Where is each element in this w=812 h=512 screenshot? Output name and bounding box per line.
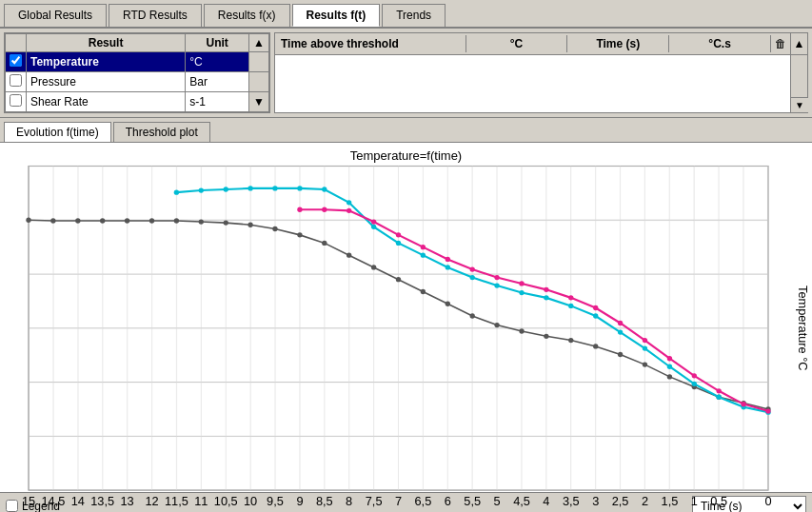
svg-point-99 xyxy=(396,232,401,237)
svg-point-103 xyxy=(494,275,499,280)
tab-results-fx[interactable]: Results f(x) xyxy=(204,4,290,27)
svg-point-101 xyxy=(446,257,450,262)
svg-point-105 xyxy=(544,287,548,292)
svg-point-54 xyxy=(396,277,401,282)
subtab-threshold-plot[interactable]: Threshold plot xyxy=(113,122,210,142)
svg-point-111 xyxy=(692,373,697,378)
x-label-4: 4 xyxy=(543,494,549,508)
row-unit-temperature: °C xyxy=(186,52,249,72)
svg-point-112 xyxy=(717,388,722,393)
checkbox-shearrate[interactable] xyxy=(10,94,22,107)
result-col-check xyxy=(6,34,27,52)
subtab-bar: Evolution f(time) Threshold plot xyxy=(0,118,812,143)
svg-point-91 xyxy=(692,382,697,386)
svg-point-85 xyxy=(544,295,548,300)
table-row[interactable]: Temperature °C xyxy=(6,52,269,72)
svg-point-100 xyxy=(421,245,426,249)
svg-point-77 xyxy=(347,200,351,205)
x-label-9: 9 xyxy=(296,494,303,508)
chart-container: 300 250 200 150 100 50 15 14,5 14 13,5 1… xyxy=(29,165,768,492)
svg-point-62 xyxy=(593,344,598,348)
threshold-scroll-up[interactable]: ▲ xyxy=(790,33,807,54)
svg-point-98 xyxy=(371,219,376,224)
svg-point-65 xyxy=(667,374,672,379)
svg-point-104 xyxy=(519,281,524,286)
subtab-evolution[interactable]: Evolution f(time) xyxy=(4,122,111,142)
svg-point-109 xyxy=(643,338,647,343)
x-label-12: 12 xyxy=(145,494,158,508)
x-label-45: 4,5 xyxy=(513,494,530,508)
threshold-table: Time above threshold °C Time (s) °C.s 🗑 … xyxy=(274,32,808,113)
main-tab-bar: Global Results RTD Results Results f(x) … xyxy=(0,0,812,29)
svg-point-90 xyxy=(667,364,672,369)
svg-point-41 xyxy=(75,218,80,223)
tab-trends[interactable]: Trends xyxy=(382,4,446,27)
svg-point-58 xyxy=(494,323,499,327)
x-label-11: 11 xyxy=(194,494,208,508)
x-label-35: 3,5 xyxy=(563,494,580,508)
svg-point-102 xyxy=(470,266,475,271)
x-label-2: 2 xyxy=(642,494,648,508)
result-scroll-down[interactable]: ▼ xyxy=(249,92,269,112)
result-table: Result Unit ▲ Temperature °C xyxy=(4,32,270,113)
time-select[interactable]: Time (s) Time (min) xyxy=(692,496,806,512)
svg-point-45 xyxy=(174,218,179,223)
result-col-result: Result xyxy=(27,34,186,52)
svg-point-49 xyxy=(272,226,277,231)
svg-point-95 xyxy=(297,207,302,212)
svg-point-46 xyxy=(199,219,204,224)
svg-point-113 xyxy=(741,402,745,406)
svg-point-81 xyxy=(446,265,450,269)
x-label-7: 7 xyxy=(395,494,402,508)
row-unit-pressure: Bar xyxy=(186,72,249,92)
checkbox-temperature[interactable] xyxy=(10,54,22,67)
row-checkbox-pressure[interactable] xyxy=(6,72,27,92)
svg-point-79 xyxy=(396,241,401,246)
tab-global-results[interactable]: Global Results xyxy=(4,4,107,27)
svg-point-92 xyxy=(717,395,722,400)
result-scroll-track2 xyxy=(249,72,269,92)
result-scroll-up[interactable]: ▲ xyxy=(249,34,269,52)
table-row[interactable]: Shear Rate s-1 ▼ xyxy=(6,92,269,112)
x-label-3: 3 xyxy=(592,494,599,508)
x-label-10: 10 xyxy=(244,494,257,508)
row-unit-shearrate: s-1 xyxy=(186,92,249,112)
svg-point-87 xyxy=(593,313,598,318)
svg-point-89 xyxy=(643,345,647,350)
svg-point-84 xyxy=(519,290,524,295)
row-result-temperature: Temperature xyxy=(27,52,186,72)
chart-title: Temperature=f(time) xyxy=(0,143,812,165)
svg-point-107 xyxy=(593,305,598,310)
row-checkbox-temperature[interactable] xyxy=(6,52,27,72)
x-label-145: 14,5 xyxy=(41,494,65,508)
threshold-body: ▼ xyxy=(275,55,807,112)
svg-point-108 xyxy=(618,321,623,325)
svg-point-110 xyxy=(667,356,672,361)
threshold-scrollbar[interactable]: ▼ xyxy=(790,55,807,112)
x-label-15b: 1,5 xyxy=(662,494,679,508)
svg-point-88 xyxy=(618,329,623,334)
result-scroll-track xyxy=(249,52,269,72)
checkbox-pressure[interactable] xyxy=(10,74,22,87)
x-label-55: 5,5 xyxy=(464,494,481,508)
tab-results-ft[interactable]: Results f(t) xyxy=(292,4,381,27)
row-checkbox-shearrate[interactable] xyxy=(6,92,27,112)
svg-point-47 xyxy=(224,220,228,225)
top-panel: Result Unit ▲ Temperature °C xyxy=(0,29,812,118)
svg-point-44 xyxy=(149,218,154,223)
threshold-delete-button[interactable]: 🗑 xyxy=(771,35,790,52)
svg-point-50 xyxy=(297,232,302,237)
threshold-scroll-down[interactable]: ▼ xyxy=(791,97,808,112)
x-label-05: 0,5 xyxy=(710,494,727,508)
tab-rtd-results[interactable]: RTD Results xyxy=(109,4,202,27)
svg-point-74 xyxy=(272,186,277,190)
svg-point-39 xyxy=(26,218,30,223)
svg-point-64 xyxy=(643,362,647,366)
legend-checkbox[interactable] xyxy=(6,500,18,512)
svg-point-63 xyxy=(618,352,623,357)
x-label-95: 9,5 xyxy=(267,494,284,508)
table-row[interactable]: Pressure Bar xyxy=(6,72,269,92)
svg-point-57 xyxy=(470,313,475,318)
svg-point-60 xyxy=(544,334,548,339)
svg-point-56 xyxy=(446,302,450,306)
